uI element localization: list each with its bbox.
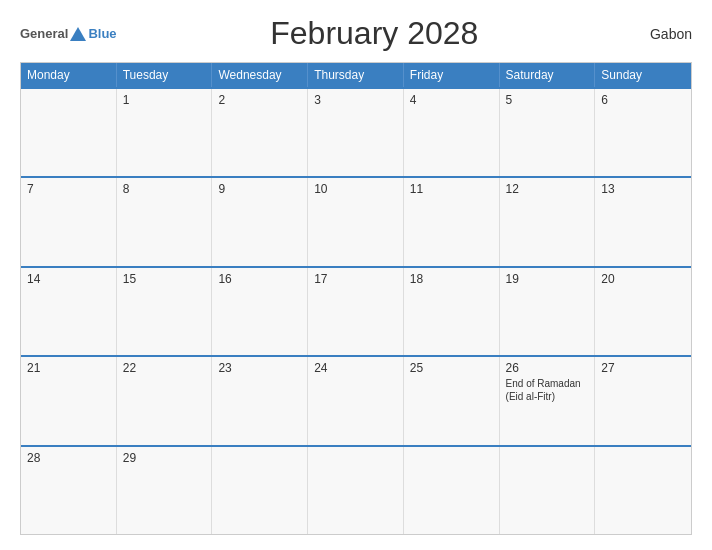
day-number: 9 [218, 182, 301, 196]
day-number: 10 [314, 182, 397, 196]
day-number: 16 [218, 272, 301, 286]
header-day-friday: Friday [404, 63, 500, 87]
cal-cell [404, 447, 500, 534]
cal-cell: 11 [404, 178, 500, 265]
day-number: 13 [601, 182, 685, 196]
cal-cell [308, 447, 404, 534]
week-row-2: 78910111213 [21, 176, 691, 265]
day-number: 1 [123, 93, 206, 107]
cal-cell: 15 [117, 268, 213, 355]
day-number: 21 [27, 361, 110, 375]
cal-cell: 9 [212, 178, 308, 265]
cal-cell: 22 [117, 357, 213, 444]
cal-cell: 18 [404, 268, 500, 355]
calendar-title: February 2028 [117, 15, 632, 52]
header-day-wednesday: Wednesday [212, 63, 308, 87]
day-number: 2 [218, 93, 301, 107]
cal-cell: 25 [404, 357, 500, 444]
cal-cell: 26End of Ramadan (Eid al-Fitr) [500, 357, 596, 444]
cal-cell: 1 [117, 89, 213, 176]
header-day-thursday: Thursday [308, 63, 404, 87]
week-row-1: 123456 [21, 87, 691, 176]
header: General Blue February 2028 Gabon [20, 15, 692, 52]
logo: General Blue [20, 26, 117, 41]
country-label: Gabon [632, 26, 692, 42]
cal-cell: 20 [595, 268, 691, 355]
cal-cell: 29 [117, 447, 213, 534]
cal-cell: 7 [21, 178, 117, 265]
cal-cell: 19 [500, 268, 596, 355]
day-number: 23 [218, 361, 301, 375]
day-number: 25 [410, 361, 493, 375]
cal-cell: 3 [308, 89, 404, 176]
week-row-5: 2829 [21, 445, 691, 534]
cal-cell: 27 [595, 357, 691, 444]
day-number: 20 [601, 272, 685, 286]
day-number: 29 [123, 451, 206, 465]
cal-cell [595, 447, 691, 534]
cal-cell [21, 89, 117, 176]
cal-cell: 23 [212, 357, 308, 444]
cal-cell [500, 447, 596, 534]
day-number: 24 [314, 361, 397, 375]
cal-cell: 17 [308, 268, 404, 355]
cal-cell: 6 [595, 89, 691, 176]
day-number: 17 [314, 272, 397, 286]
week-row-4: 212223242526End of Ramadan (Eid al-Fitr)… [21, 355, 691, 444]
day-number: 18 [410, 272, 493, 286]
day-number: 8 [123, 182, 206, 196]
day-number: 5 [506, 93, 589, 107]
day-number: 15 [123, 272, 206, 286]
calendar-body: 1234567891011121314151617181920212223242… [21, 87, 691, 534]
cal-cell: 14 [21, 268, 117, 355]
header-day-sunday: Sunday [595, 63, 691, 87]
cal-cell: 24 [308, 357, 404, 444]
cal-cell: 10 [308, 178, 404, 265]
header-day-tuesday: Tuesday [117, 63, 213, 87]
day-number: 12 [506, 182, 589, 196]
day-number: 27 [601, 361, 685, 375]
logo-blue: Blue [88, 26, 116, 41]
cal-cell: 13 [595, 178, 691, 265]
event-label: End of Ramadan (Eid al-Fitr) [506, 377, 589, 403]
week-row-3: 14151617181920 [21, 266, 691, 355]
header-day-saturday: Saturday [500, 63, 596, 87]
cal-cell [212, 447, 308, 534]
cal-cell: 21 [21, 357, 117, 444]
logo-triangle-icon [70, 27, 86, 41]
day-number: 14 [27, 272, 110, 286]
cal-cell: 28 [21, 447, 117, 534]
cal-cell: 12 [500, 178, 596, 265]
cal-cell: 5 [500, 89, 596, 176]
calendar-page: General Blue February 2028 Gabon MondayT… [0, 0, 712, 550]
calendar-grid: MondayTuesdayWednesdayThursdayFridaySatu… [20, 62, 692, 535]
logo-general: General [20, 26, 68, 41]
day-number: 3 [314, 93, 397, 107]
cal-cell: 2 [212, 89, 308, 176]
day-number: 22 [123, 361, 206, 375]
day-number: 11 [410, 182, 493, 196]
day-number: 4 [410, 93, 493, 107]
header-day-monday: Monday [21, 63, 117, 87]
day-number: 6 [601, 93, 685, 107]
day-number: 28 [27, 451, 110, 465]
day-number: 26 [506, 361, 589, 375]
cal-cell: 8 [117, 178, 213, 265]
day-number: 19 [506, 272, 589, 286]
cal-cell: 4 [404, 89, 500, 176]
calendar-header-row: MondayTuesdayWednesdayThursdayFridaySatu… [21, 63, 691, 87]
cal-cell: 16 [212, 268, 308, 355]
day-number: 7 [27, 182, 110, 196]
